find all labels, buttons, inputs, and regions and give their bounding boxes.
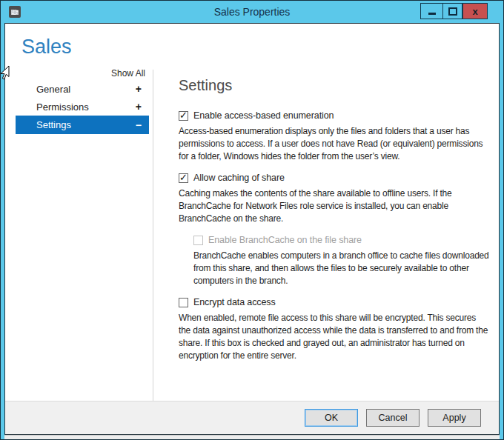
window-bottom-border [4,435,500,439]
branchcache-checkbox [193,236,203,245]
close-icon: x [472,7,477,16]
checkbox-label[interactable]: Enable access-based enumeration [193,110,334,121]
minimize-button[interactable] [420,3,442,19]
option-encrypt-data: Encrypt data access When enabled, remote… [179,296,493,362]
option-description: BranchCache enables computers in a branc… [193,250,490,287]
sidebar-item-label: Permissions [36,101,89,113]
checkbox-label[interactable]: Encrypt data access [193,297,276,307]
sidebar-item-label: Settings [36,119,71,130]
sidebar-item-general[interactable]: General + [16,80,149,98]
cancel-button[interactable]: Cancel [366,409,420,427]
sidebar-nav: General + Permissions + Settings − [16,80,149,134]
checkbox-label[interactable]: Allow caching of share [193,173,285,183]
expand-icon[interactable]: + [136,83,142,95]
maximize-button[interactable] [442,3,462,19]
option-branchcache: Enable BranchCache on the file share Bra… [193,234,493,287]
apply-button[interactable]: Apply [428,409,481,427]
ok-button[interactable]: OK [305,409,358,427]
title-bar[interactable]: Sales Properties x [1,1,503,23]
allow-caching-checkbox[interactable] [179,173,188,183]
sidebar-item-settings[interactable]: Settings − [16,116,149,134]
dialog-content: Sales Show All General + Permissions + S… [4,23,500,435]
checkbox-label: Enable BranchCache on the file share [208,235,362,245]
access-based-enumeration-checkbox[interactable] [179,111,188,121]
settings-heading: Settings [179,77,232,94]
page-title: Sales [21,36,72,59]
minimize-icon [428,13,436,15]
option-description: When enabled, remote file access to this… [179,312,490,362]
settings-options: Enable access-based enumeration Access-b… [179,110,493,371]
option-description: Access-based enumeration displays only t… [179,125,490,163]
option-description: Caching makes the contents of the share … [179,187,490,225]
window-controls: x [420,3,488,19]
sales-properties-window: Sales Properties x Sales Show All Genera… [0,0,504,440]
mouse-cursor [0,65,10,81]
sidebar-item-permissions[interactable]: Permissions + [16,98,149,116]
footer-bar: OK Cancel Apply [5,401,499,434]
close-button[interactable]: x [462,3,488,19]
expand-icon[interactable]: + [136,101,142,113]
option-allow-caching: Allow caching of share Caching makes the… [179,172,493,225]
maximize-icon [448,7,457,16]
option-access-based-enumeration: Enable access-based enumeration Access-b… [179,110,493,163]
encrypt-data-checkbox[interactable] [179,298,188,307]
collapse-icon[interactable]: − [136,119,142,131]
sidebar-item-label: General [36,84,70,95]
show-all-link[interactable]: Show All [35,68,145,79]
vertical-divider [153,70,153,403]
